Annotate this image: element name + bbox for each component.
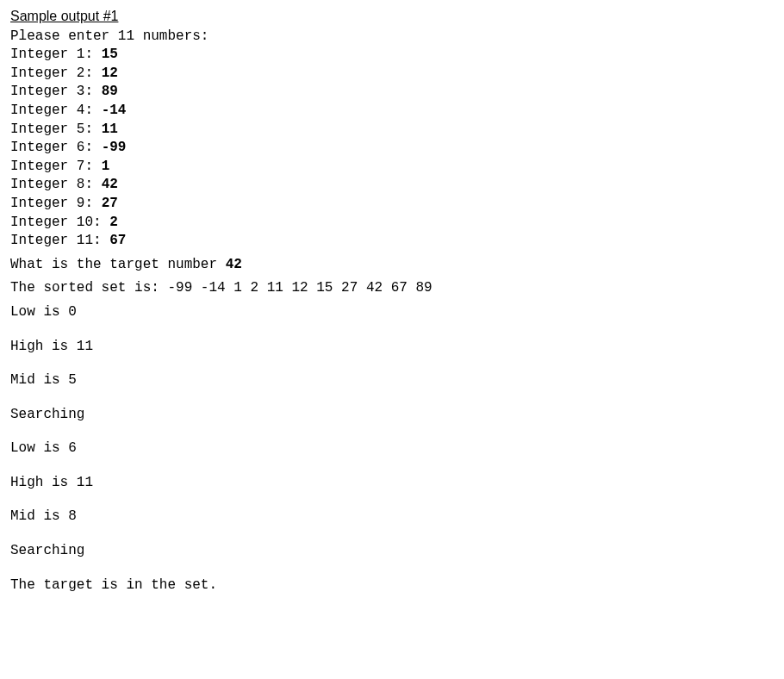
- entry-label: Integer 3:: [10, 84, 102, 99]
- search-step: Mid is 8: [10, 508, 774, 526]
- entry-label: Integer 4:: [10, 103, 102, 118]
- sorted-label: The sorted set is:: [10, 280, 167, 296]
- entry-value: 1: [102, 159, 110, 174]
- entry-value: -99: [102, 140, 127, 155]
- entry-label: Integer 8:: [10, 177, 102, 192]
- sorted-values: -99 -14 1 2 11 12 15 27 42 67 89: [167, 280, 432, 296]
- search-step: High is 11: [10, 338, 774, 357]
- integer-entry: Integer 2: 12: [10, 65, 774, 84]
- entry-label: Integer 5:: [10, 121, 102, 137]
- entry-label: Integer 6:: [10, 140, 102, 155]
- integer-entry: Integer 9: 27: [10, 195, 774, 214]
- search-step: Low is 0: [10, 303, 774, 322]
- integer-entry: Integer 11: 67: [10, 232, 774, 251]
- target-value: 42: [226, 257, 242, 272]
- integer-entry: Integer 4: -14: [10, 102, 774, 121]
- entry-value: 42: [102, 177, 118, 192]
- prompt-line: Please enter 11 numbers:: [10, 28, 774, 47]
- entry-label: Integer 10:: [10, 215, 109, 230]
- integer-entry: Integer 1: 15: [10, 46, 774, 65]
- integer-entry: Integer 3: 89: [10, 83, 774, 102]
- entry-value: -14: [102, 103, 127, 118]
- integer-entry: Integer 7: 1: [10, 158, 774, 177]
- search-result: The target is in the set.: [10, 576, 774, 595]
- entry-value: 11: [102, 121, 118, 137]
- search-step: Searching: [10, 542, 774, 561]
- entry-label: Integer 1:: [10, 47, 102, 62]
- entry-value: 12: [102, 65, 118, 81]
- entry-value: 67: [109, 233, 126, 248]
- integer-entry: Integer 5: 11: [10, 121, 774, 140]
- entry-label: Integer 2:: [10, 65, 102, 81]
- entry-label: Integer 9:: [10, 196, 102, 211]
- entry-value: 15: [102, 47, 118, 62]
- integer-entry: Integer 6: -99: [10, 139, 774, 158]
- entry-value: 27: [102, 196, 118, 211]
- entry-value: 89: [102, 84, 118, 99]
- search-step: Low is 6: [10, 439, 774, 458]
- search-step: Searching: [10, 406, 774, 425]
- integer-entry: Integer 10: 2: [10, 214, 774, 233]
- search-step: Mid is 5: [10, 371, 774, 390]
- search-step: High is 11: [10, 474, 774, 493]
- heading-sample-output: Sample output #1: [10, 7, 774, 26]
- sorted-line: The sorted set is: -99 -14 1 2 11 12 15 …: [10, 279, 774, 298]
- entry-label: Integer 11:: [10, 233, 109, 248]
- target-line: What is the target number 42: [10, 256, 774, 275]
- target-prompt: What is the target number: [10, 257, 226, 272]
- entry-value: 2: [109, 215, 118, 230]
- entry-label: Integer 7:: [10, 159, 102, 174]
- integer-entry: Integer 8: 42: [10, 176, 774, 195]
